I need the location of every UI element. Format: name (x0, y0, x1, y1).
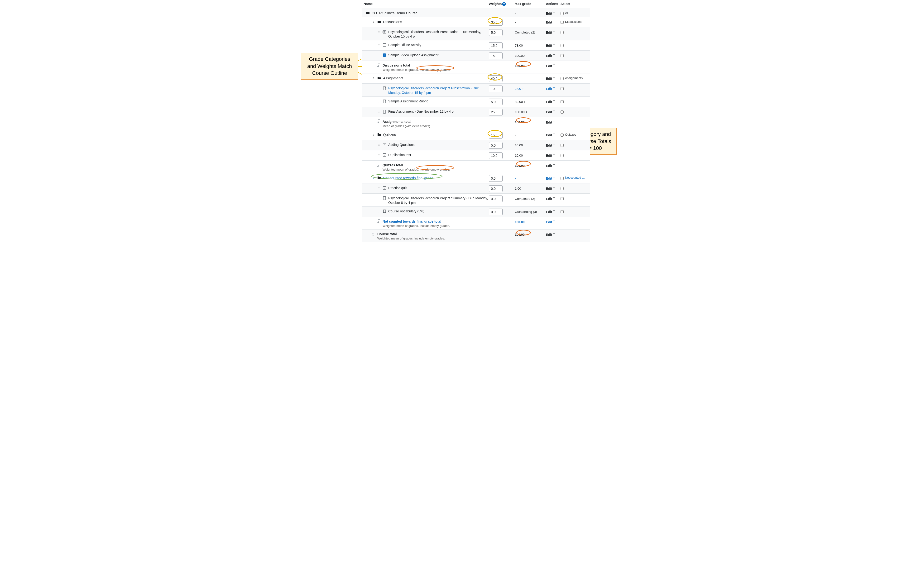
row-asg3: ↕Final Assignment - Due November 12 by 4… (362, 107, 590, 117)
edit-menu-button[interactable]: Edit ˅ (546, 143, 555, 147)
select-checkbox[interactable] (561, 144, 564, 147)
move-handle[interactable]: ↕ (372, 76, 376, 80)
max-grade-value: 100.00 (511, 119, 546, 124)
select-checkbox[interactable] (561, 77, 564, 80)
item-label: Sample Assignment Rubric (388, 99, 489, 104)
edit-menu-button[interactable]: Edit ˅ (546, 87, 555, 91)
edit-menu-button[interactable]: Edit ˅ (546, 11, 555, 15)
item-label: Psychological Disorders Research Present… (388, 30, 489, 39)
row-asg1: ↕Psychological Disorders Research Projec… (362, 83, 590, 96)
weight-input[interactable] (489, 99, 503, 105)
edit-menu-button[interactable]: Edit ˅ (546, 110, 555, 114)
page-blue-icon (382, 53, 387, 57)
select-label: Quizzes (565, 133, 576, 136)
weight-input[interactable] (489, 52, 503, 59)
quiz-icon (382, 153, 387, 157)
weight-input[interactable] (489, 75, 503, 82)
edit-menu-button[interactable]: Edit ˅ (546, 100, 555, 104)
weight-input[interactable] (489, 209, 503, 215)
move-handle[interactable]: ↕ (378, 196, 381, 200)
max-grade-value: 73.00 (511, 42, 546, 47)
edit-menu-button[interactable]: Edit ˅ (546, 233, 555, 237)
max-grade-value: Outstanding (3) (511, 208, 546, 214)
move-handle[interactable]: ↕ (378, 86, 381, 90)
move-handle[interactable]: ↕ (378, 143, 381, 146)
move-handle[interactable]: ↕ (378, 30, 381, 34)
item-label[interactable]: Psychological Disorders Research Project… (388, 86, 489, 95)
weight-input[interactable] (489, 142, 503, 149)
weight-input[interactable] (489, 29, 503, 36)
edit-menu-button[interactable]: Edit ˅ (546, 133, 555, 137)
select-checkbox[interactable] (561, 187, 564, 190)
move-handle[interactable]: ↕ (378, 186, 381, 190)
folder-icon (378, 76, 382, 80)
edit-menu-button[interactable]: Edit ˅ (546, 120, 555, 124)
weight-input[interactable] (489, 175, 503, 182)
select-checkbox[interactable] (561, 31, 564, 34)
edit-menu-button[interactable]: Edit ˅ (546, 64, 555, 68)
folder-icon (378, 19, 382, 24)
move-handle[interactable]: ↕ (372, 19, 376, 24)
total-label: Quizzes total (382, 163, 489, 167)
item-label: Assignments (383, 76, 489, 81)
select-checkbox[interactable] (561, 110, 564, 114)
select-checkbox[interactable] (561, 177, 564, 180)
select-checkbox[interactable] (561, 44, 564, 47)
aggregation-icon: x (378, 219, 381, 224)
row-asg_total: xAssignments totalMean of grades (with e… (362, 117, 590, 130)
select-checkbox[interactable] (561, 210, 564, 213)
weight-input[interactable] (489, 86, 503, 92)
help-icon[interactable]: ? (502, 2, 506, 6)
max-grade-value: Completed (2) (511, 29, 546, 34)
weight-input[interactable] (489, 132, 503, 138)
row-nc_total: xNot counted towards final grade totalWe… (362, 217, 590, 229)
edit-menu-button[interactable]: Edit ˅ (546, 197, 555, 201)
edit-menu-button[interactable]: Edit ˅ (546, 77, 555, 81)
select-checkbox[interactable] (561, 154, 564, 157)
move-handle[interactable]: ↕ (378, 153, 381, 157)
weight-input[interactable] (489, 19, 503, 26)
weight-input[interactable] (489, 109, 503, 115)
edit-menu-button[interactable]: Edit ˅ (546, 220, 555, 224)
edit-menu-button[interactable]: Edit ˅ (546, 187, 555, 190)
max-grade-value: - (510, 132, 546, 137)
select-checkbox[interactable] (561, 87, 564, 90)
move-handle[interactable]: ↕ (378, 43, 381, 47)
weight-input[interactable] (489, 152, 503, 159)
move-handle[interactable]: ↕ (378, 209, 381, 213)
weight-input[interactable] (489, 42, 503, 49)
select-checkbox[interactable] (561, 12, 564, 15)
item-label[interactable]: Not counted towards final grade (383, 175, 489, 180)
row-discussions: ↕Discussions-Edit ˅Discussions (362, 17, 590, 27)
weight-input[interactable] (489, 185, 503, 192)
select-checkbox[interactable] (561, 21, 564, 24)
weight-input[interactable] (489, 195, 503, 202)
move-handle[interactable]: ↕ (372, 175, 376, 180)
total-label: Not counted towards final grade total (382, 219, 489, 224)
select-checkbox[interactable] (561, 133, 564, 136)
edit-menu-button[interactable]: Edit ˅ (546, 54, 555, 58)
select-checkbox[interactable] (561, 100, 564, 103)
move-handle[interactable]: ↕ (378, 109, 381, 113)
edit-menu-button[interactable]: Edit ˅ (546, 177, 555, 180)
item-label: Quizzes (383, 132, 489, 137)
total-sublabel: Weighted mean of grades. Include empty g… (378, 236, 489, 240)
edit-menu-button[interactable]: Edit ˅ (546, 164, 555, 168)
edit-menu-button[interactable]: Edit ˅ (546, 210, 555, 214)
edit-menu-button[interactable]: Edit ˅ (546, 31, 555, 34)
move-handle[interactable]: ↕ (372, 132, 376, 136)
assign-icon (382, 196, 387, 200)
row-course: COTROnline's Demo Course-Edit ˅All (362, 8, 590, 17)
forum-icon (382, 30, 387, 34)
max-grade-value: - (510, 10, 546, 15)
select-checkbox[interactable] (561, 197, 564, 200)
move-handle[interactable]: ↕ (378, 99, 381, 103)
edit-menu-button[interactable]: Edit ˅ (546, 154, 555, 158)
item-label: Duplication test (388, 153, 489, 157)
select-checkbox[interactable] (561, 54, 564, 57)
edit-menu-button[interactable]: Edit ˅ (546, 44, 555, 47)
row-nc2: ↕Psychological Disorders Research Projec… (362, 193, 590, 206)
edit-menu-button[interactable]: Edit ˅ (546, 20, 555, 24)
move-handle[interactable]: ↕ (378, 53, 381, 57)
select-label: Assignments (565, 76, 583, 80)
